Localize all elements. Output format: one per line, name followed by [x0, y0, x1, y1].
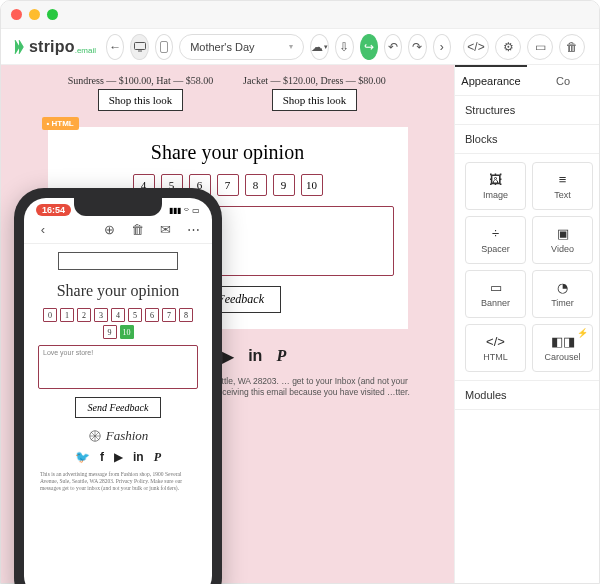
brand-sub: .email	[75, 46, 96, 55]
phone-mockup: 16:54 ▮▮▮ ⌔ ▭ ‹ ⊕ 🗑 ✉ ⋯ Share your opini…	[14, 188, 222, 584]
twitter-icon[interactable]: 🐦	[75, 450, 90, 465]
settings-button[interactable]: ⚙	[495, 34, 521, 60]
project-name: Mother's Day	[190, 41, 254, 53]
phone-socials: 🐦 f ▶ in P	[38, 450, 198, 465]
rating-option[interactable]: 4	[111, 308, 125, 322]
phone-notch	[74, 198, 162, 216]
block-label: Image	[483, 190, 508, 200]
text-icon: ≡	[559, 172, 567, 187]
rating-option[interactable]: 9	[273, 174, 295, 196]
delete-button[interactable]: 🗑	[559, 34, 585, 60]
pinterest-icon[interactable]: P	[276, 347, 286, 366]
shop-look-button[interactable]: Shop this look	[98, 89, 184, 111]
cloud-button[interactable]: ☁ ▾	[310, 34, 329, 60]
phone-footer-text: This is an advertising message from Fash…	[38, 471, 198, 492]
rating-option[interactable]: 8	[179, 308, 193, 322]
block-text[interactable]: ≡Text	[532, 162, 593, 210]
rating-option[interactable]: 2	[77, 308, 91, 322]
block-label: Banner	[481, 298, 510, 308]
tab-content[interactable]: Co	[527, 65, 599, 95]
block-carousel[interactable]: ⚡◧◨Carousel	[532, 324, 593, 372]
brand-name: stripo	[29, 38, 75, 56]
phone-opinion-title: Share your opinion	[38, 282, 198, 300]
code-icon: </>	[467, 40, 484, 54]
brand-logo: stripo .email	[11, 38, 96, 56]
block-video[interactable]: ▣Video	[532, 216, 593, 264]
block-spacer[interactable]: ÷Spacer	[465, 216, 526, 264]
linkedin-icon[interactable]: in	[133, 450, 144, 465]
stripo-logo-icon	[11, 39, 27, 55]
rating-option[interactable]: 10	[301, 174, 323, 196]
new-icon[interactable]: ⊕	[100, 222, 118, 237]
fashion-logo-icon	[88, 429, 102, 443]
mobile-view-button[interactable]	[155, 34, 173, 60]
rating-option[interactable]: 3	[94, 308, 108, 322]
window-zoom-button[interactable]	[47, 9, 58, 20]
chevron-down-icon: ▾	[289, 42, 293, 51]
device-preview-button[interactable]: ▭	[527, 34, 553, 60]
product-line: Sundress — $100.00, Hat — $58.00	[66, 75, 216, 86]
block-banner[interactable]: ▭Banner	[465, 270, 526, 318]
rating-option[interactable]: 5	[128, 308, 142, 322]
section-blocks[interactable]: Blocks	[455, 125, 599, 154]
undo-button[interactable]: ↶	[384, 34, 402, 60]
chevron-right-icon: ›	[440, 40, 444, 54]
mail-icon[interactable]: ✉	[156, 222, 174, 237]
rating-option[interactable]: 9	[103, 325, 117, 339]
block-label: Video	[551, 244, 574, 254]
blocks-grid: 🖼Image ≡Text ÷Spacer ▣Video ▭Banner ◔Tim…	[455, 154, 599, 380]
code-view-button[interactable]: </>	[463, 34, 489, 60]
redo-button[interactable]: ↷	[408, 34, 426, 60]
export-button[interactable]: ↪	[360, 34, 378, 60]
block-timer[interactable]: ◔Timer	[532, 270, 593, 318]
right-tools: </> ⚙ ▭ 🗑	[463, 34, 589, 60]
rating-option[interactable]: 7	[217, 174, 239, 196]
panel-tabs: Appearance Co	[455, 65, 599, 96]
project-select[interactable]: Mother's Day ▾	[179, 34, 304, 60]
phone-nav: ‹ ⊕ 🗑 ✉ ⋯	[24, 218, 212, 244]
tab-appearance[interactable]: Appearance	[455, 65, 527, 95]
more-button[interactable]: ›	[433, 34, 451, 60]
section-modules[interactable]: Modules	[455, 380, 599, 410]
opinion-title: Share your opinion	[62, 141, 394, 164]
trash-icon: 🗑	[566, 40, 578, 54]
download-button[interactable]: ⇩	[335, 34, 353, 60]
svg-rect-1	[138, 50, 142, 51]
product-block: Sundress — $100.00, Hat — $58.00 Shop th…	[66, 75, 216, 111]
window-minimize-button[interactable]	[29, 9, 40, 20]
section-structures[interactable]: Structures	[455, 96, 599, 125]
block-image[interactable]: 🖼Image	[465, 162, 526, 210]
phone-feedback-textarea[interactable]: Love your store!	[38, 345, 198, 389]
phone-body: Share your opinion 0 1 2 3 4 5 6 7 8 9 1…	[24, 244, 212, 492]
phone-send-button[interactable]: Send Feedback	[75, 397, 162, 418]
block-html[interactable]: </>HTML	[465, 324, 526, 372]
more-icon[interactable]: ⋯	[184, 222, 202, 237]
window-titlebar	[1, 1, 599, 29]
rating-option[interactable]: 6	[145, 308, 159, 322]
export-icon: ↪	[364, 40, 374, 54]
rating-option[interactable]: 7	[162, 308, 176, 322]
rating-option[interactable]: 0	[43, 308, 57, 322]
linkedin-icon[interactable]: in	[248, 347, 262, 366]
battery-icon: ▭	[192, 206, 200, 215]
youtube-icon[interactable]: ▶	[222, 347, 234, 366]
main-toolbar: stripo .email ← Mother's Day ▾ ☁ ▾ ⇩ ↪ ↶…	[1, 29, 599, 65]
trash-icon[interactable]: 🗑	[128, 222, 146, 237]
facebook-icon[interactable]: f	[100, 450, 104, 465]
html-badge: • HTML	[42, 117, 79, 130]
right-panel: Appearance Co Structures Blocks 🖼Image ≡…	[454, 65, 599, 583]
phone-brand-name: Fashion	[106, 428, 149, 444]
shop-look-button[interactable]: Shop this look	[272, 89, 358, 111]
phone-screen: 16:54 ▮▮▮ ⌔ ▭ ‹ ⊕ 🗑 ✉ ⋯ Share your opini…	[24, 198, 212, 584]
rating-option[interactable]: 1	[60, 308, 74, 322]
youtube-icon[interactable]: ▶	[114, 450, 123, 465]
back-icon[interactable]: ‹	[34, 222, 52, 237]
rating-option-selected[interactable]: 10	[120, 325, 134, 339]
redo-icon: ↷	[412, 40, 422, 54]
pinterest-icon[interactable]: P	[154, 450, 161, 465]
desktop-view-button[interactable]	[130, 34, 148, 60]
back-button[interactable]: ←	[106, 34, 124, 60]
window-close-button[interactable]	[11, 9, 22, 20]
video-icon: ▣	[557, 226, 569, 241]
rating-option[interactable]: 8	[245, 174, 267, 196]
